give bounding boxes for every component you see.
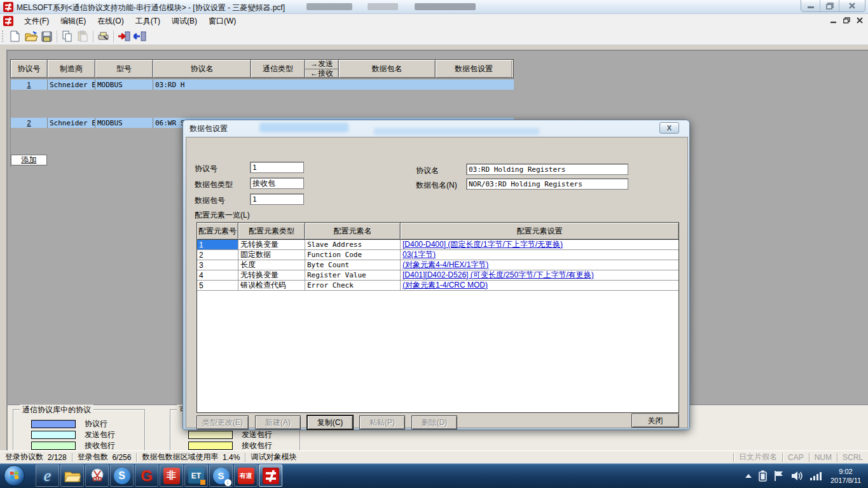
receive-row-swatch (188, 442, 233, 450)
menu-file[interactable]: 文件(F) (18, 14, 55, 29)
mdi-minimize-button[interactable] (830, 17, 837, 25)
taskbar-sogou-download[interactable]: S ↓ (209, 464, 233, 487)
element-type-cell: 固定数据 (238, 250, 305, 260)
g-app-icon: G (141, 467, 153, 485)
dialog-body: 协议号 1 数据包类型 接收包 数据包号 1 协议名 03:RD Holding… (186, 137, 688, 428)
library-legend-title: 通信协议库中的协议 (20, 405, 93, 415)
redacted-block (307, 3, 352, 10)
col-send-receive: →发送 ←接收 (305, 60, 339, 78)
close-dialog-button[interactable]: 关闭 (631, 414, 679, 428)
element-setting-link[interactable]: [D401][D402-D526] (可变长度/250字节/下上字节/有更换) (403, 270, 594, 280)
module-write-icon[interactable] (116, 29, 131, 44)
table-row[interactable]: 2 固定数据 Function Code 03(1字节) (197, 250, 679, 260)
protocol-name-field[interactable]: 03:RD Holding Registers (466, 164, 628, 175)
packet-no-field[interactable]: 1 (250, 193, 304, 205)
element-setting-link[interactable]: (对象元素1-4/CRC MOD) (403, 281, 488, 290)
element-type-cell: 无转换变量 (238, 270, 305, 280)
add-label: 添加 (22, 155, 37, 165)
paste-button[interactable]: 粘贴(P) (359, 415, 405, 429)
protocol-no-label: 协议号 (195, 164, 217, 174)
menubar: 文件(F) 编辑(E) 在线(O) 工具(T) 调试(B) 窗口(W) (0, 14, 868, 28)
copy-button[interactable]: 复制(C) (307, 415, 353, 429)
taskbar-file-explorer[interactable] (60, 464, 84, 487)
table-row[interactable]: 1 无转换变量 Slave Address [D400-D400] (固定长度/… (197, 240, 679, 250)
paste-icon[interactable] (76, 29, 90, 44)
element-setting-link[interactable]: 03(1字节) (403, 250, 436, 260)
taskbar-sogou-browser[interactable]: S (110, 464, 134, 487)
status-usage: 数据包数据区域使用率 1.4% (137, 452, 245, 463)
element-setting-link[interactable]: (对象元素4-4/HEX/1字节) (403, 260, 488, 270)
sogou-download-icon: S ↓ (213, 468, 230, 484)
red-cad-app-icon: 非 (163, 468, 180, 484)
config-table-header: 配置元素号 配置元素类型 配置元素名 配置元素设置 (197, 223, 679, 240)
copy-icon[interactable] (60, 29, 74, 44)
add-protocol-button[interactable]: 添加 (11, 155, 47, 165)
config-element-table: 配置元素号 配置元素类型 配置元素名 配置元素设置 1 无转换变量 Slave … (196, 222, 679, 413)
col-packet-name: 数据包名 (339, 60, 436, 78)
mdi-close-button[interactable] (857, 17, 863, 25)
menu-tools[interactable]: 工具(T) (130, 14, 166, 29)
col-manufacturer: 制造商 (48, 60, 95, 78)
taskbar-internet-explorer[interactable]: e (36, 464, 59, 487)
taskbar-et-spreadsheet[interactable]: ET (184, 464, 208, 487)
sogou-glyph: S (217, 470, 224, 481)
table-row[interactable]: 1 Schneider E MODBUS 03:RD H (11, 80, 514, 90)
tray-expand-icon[interactable] (745, 474, 752, 478)
protocol-no-link[interactable]: 1 (11, 80, 48, 90)
dialog-close-button[interactable]: X (659, 122, 679, 134)
menu-online[interactable]: 在线(O) (92, 14, 129, 29)
receive-row-swatch (31, 442, 76, 450)
taskbar-snipping-tool[interactable] (85, 464, 109, 487)
element-setting-link[interactable]: [D400-D400] (固定长度/1字节/下上字节/无更换) (403, 240, 563, 249)
menu-debug[interactable]: 调试(B) (166, 14, 203, 29)
taskbar-youdao-dict[interactable]: 有道 (234, 464, 258, 487)
element-no-cell[interactable]: 4 (197, 270, 238, 280)
module-read-icon[interactable] (132, 29, 147, 44)
packet-type-field[interactable]: 接收包 (250, 178, 304, 189)
change-type-button[interactable]: 类型更改(E) (196, 415, 249, 429)
packet-no-label: 数据包号 (195, 195, 225, 206)
taskbar-g-app[interactable]: G (135, 464, 158, 487)
element-no-cell[interactable]: 5 (197, 281, 238, 290)
taskbar-red-cad-app[interactable]: 非 (160, 464, 183, 487)
protocol-table-header: 协议号 制造商 型号 协议名 通信类型 →发送 ←接收 数据包名 数据包设置 (10, 59, 514, 78)
protocol-no-link[interactable]: 2 (11, 118, 48, 128)
delete-button[interactable]: 删除(D) (411, 415, 457, 429)
table-row[interactable]: 3 长度 Byte Count (对象元素4-4/HEX/1字节) (197, 260, 679, 270)
legend-label: 发送包行 (242, 429, 272, 440)
network-signal-icon[interactable] (809, 471, 822, 481)
speaker-icon[interactable] (791, 471, 803, 481)
save-icon[interactable] (39, 29, 54, 44)
table-row[interactable]: 5 错误检查代码 Error Check (对象元素1-4/CRC MOD) (197, 281, 679, 291)
element-name-cell: Function Code (305, 250, 401, 260)
element-no-cell[interactable]: 2 (197, 250, 238, 260)
mdi-restore-button[interactable] (843, 17, 850, 25)
open-file-icon[interactable] (24, 29, 38, 44)
minimize-button[interactable] (801, 0, 820, 11)
action-center-flag-icon[interactable] (774, 470, 784, 482)
titlebar-smudge (374, 128, 539, 135)
element-type-cell: 错误检查代码 (238, 281, 305, 290)
close-button[interactable] (839, 0, 865, 11)
menu-window[interactable]: 窗口(W) (203, 14, 242, 29)
window-controls (801, 0, 865, 12)
protocol-no-field[interactable]: 1 (250, 162, 304, 173)
table-row[interactable]: 4 无转换变量 Register Value [D401][D402-D526]… (197, 270, 679, 281)
menu-edit[interactable]: 编辑(E) (55, 14, 92, 29)
packet-name-field[interactable]: NOR/03:RD Holding Registers (466, 178, 628, 190)
status-label: 登录包数 (78, 452, 108, 463)
packet-type-label: 数据包类型 (195, 179, 233, 190)
taskbar-clock[interactable]: 9:02 2017/8/11 (825, 464, 867, 487)
battery-icon[interactable] (759, 470, 767, 482)
taskbar: e S G 非 ET S ↓ 有道 (0, 463, 868, 488)
table-empty-area (197, 291, 679, 412)
element-no-cell[interactable]: 1 (197, 240, 238, 249)
taskbar-melsoft-active[interactable] (259, 464, 282, 487)
new-button[interactable]: 新建(A) (255, 415, 301, 429)
print-icon[interactable] (96, 29, 111, 44)
start-button[interactable] (4, 465, 25, 486)
element-no-cell[interactable]: 3 (197, 260, 238, 270)
toolbar (0, 28, 868, 45)
restore-button[interactable] (820, 0, 839, 11)
new-file-icon[interactable] (8, 29, 22, 44)
